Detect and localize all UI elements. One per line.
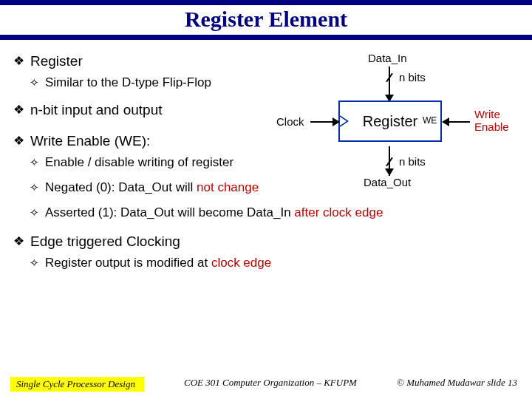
diamond-icon: ❖ [13,53,24,69]
title-bar: Register Element [0,0,532,40]
label-write-enable: Write Enable [474,108,509,133]
we-line1: Write [474,108,500,120]
text-pre: Asserted (1): Data_Out will become Data_… [45,205,294,219]
bullet-text: Similar to the D-type Flip-Flop [45,75,211,90]
bullet-text: Edge triggered Clocking [30,233,180,250]
left-column: ❖ Register ✧ Similar to the D-type Flip-… [13,53,279,149]
bullet-write-enable: ❖ Write Enable (WE): [13,133,279,149]
text-red: clock edge [211,256,271,270]
wire-top [389,66,390,96]
cross-icon: ✧ [30,256,39,270]
bullet-text: Register [30,53,83,69]
cross-icon: ✧ [30,180,39,195]
we-line2: Enable [474,120,509,133]
bullet-text: Negated (0): Data_Out will not change [45,180,259,195]
text-pre: Negated (0): Data_Out will [45,180,197,194]
diamond-icon: ❖ [13,102,24,118]
bullet-edge-triggered: ❖ Edge triggered Clocking [13,233,519,250]
cross-icon: ✧ [30,155,39,170]
bullet-register: ❖ Register [13,53,279,69]
arrow-left-icon [442,117,449,126]
bullet-text: Register output is modified at clock edg… [45,256,271,270]
label-data-in: Data_In [368,52,407,64]
diamond-icon: ❖ [13,233,24,250]
arrow-right-icon [332,117,340,126]
label-clock: Clock [276,115,304,128]
label-we-small: WE [423,115,437,126]
label-nbits-bot: n bits [399,155,426,168]
text-red: after clock edge [294,205,383,219]
register-label: Register [363,113,417,130]
bullet-asserted: ✧ Asserted (1): Data_Out will become Dat… [30,205,519,220]
register-diagram: Data_In n bits Register WE Clock Write E… [278,52,522,185]
clock-triangle-icon [340,115,349,127]
bullet-text: Asserted (1): Data_Out will become Data_… [45,205,383,220]
bullet-text: n-bit input and output [30,102,163,118]
bullet-nbit-io: ❖ n-bit input and output [13,102,279,118]
bullet-text: Write Enable (WE): [30,133,150,149]
bullet-similar-dff: ✧ Similar to the D-type Flip-Flop [30,75,279,90]
text-pre: Register output is modified at [45,256,211,270]
bullet-register-output: ✧ Register output is modified at clock e… [30,256,519,270]
cross-icon: ✧ [30,205,39,220]
label-nbits-top: n bits [399,71,426,83]
text-red: not change [197,180,259,194]
bullet-text: Enable / disable writing of register [45,155,233,170]
slide-footer: Single Cycle Processor Design COE 301 Co… [0,377,532,392]
arrow-down-icon [385,168,394,176]
footer-right: © Muhamed Mudawar slide 13 [397,377,532,392]
footer-center: COE 301 Computer Organization – KFUPM [144,377,397,392]
cross-icon: ✧ [30,75,39,90]
diamond-icon: ❖ [13,133,24,149]
footer-left: Single Cycle Processor Design [10,377,144,392]
slide-title: Register Element [0,5,532,35]
label-data-out: Data_Out [364,176,411,188]
